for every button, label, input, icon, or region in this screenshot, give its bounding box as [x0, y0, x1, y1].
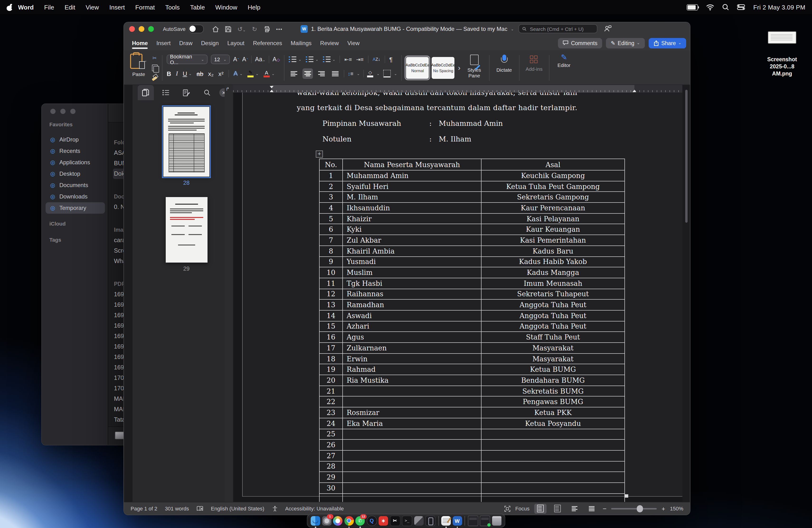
bullets-icon[interactable]	[289, 57, 296, 62]
language-indicator[interactable]: English (United States)	[211, 506, 264, 511]
text-effects-icon[interactable]: A	[233, 71, 237, 76]
change-case-icon[interactable]: Aa⌄	[255, 56, 265, 63]
redo-icon[interactable]: ↻	[252, 25, 257, 32]
ribbon-tab[interactable]: Layout	[223, 35, 249, 50]
desktop-screenshot-file[interactable]: Screenshot 2025-0...8 AM.png	[760, 31, 804, 77]
numbering-icon[interactable]	[306, 57, 314, 62]
close-button[interactable]	[129, 26, 135, 32]
ribbon-tab[interactable]: Draw	[175, 35, 197, 50]
first-line-indent-marker[interactable]	[270, 86, 274, 88]
table-row[interactable]: 24 Eka Maria Ketua Posyandu	[319, 418, 625, 429]
ribbon-tab[interactable]: Mailings	[286, 35, 316, 50]
table-row[interactable]: 21 Sekretatis BUMG	[319, 386, 625, 396]
ribbon-tab[interactable]: Insert	[152, 35, 175, 50]
table-row[interactable]: 3 M. Ilham Sekretaris Gampong	[319, 192, 625, 203]
menu-item[interactable]: File	[39, 0, 59, 14]
finder-sidebar-item[interactable]: ◎ Recents	[46, 145, 105, 157]
table-row[interactable]: 23 Rosmizar Ketua PKK	[319, 407, 625, 418]
print-layout-icon[interactable]	[534, 503, 547, 514]
table-row[interactable]: 11 Tgk Hasbi Imum Meunasah	[319, 278, 625, 289]
table-row[interactable]: 18 Erwin Masyarakat	[319, 353, 625, 364]
table-row[interactable]: 10 Muslim Kadus Mangga	[319, 267, 625, 278]
subscript-button[interactable]: x₂	[208, 70, 214, 77]
table-row[interactable]: 17 Zulkarnaen Masyarakat	[319, 342, 625, 353]
menu-item[interactable]: Edit	[59, 0, 81, 14]
finder-sidebar-item[interactable]: ◎ AirDrop	[46, 134, 105, 145]
word-dock-icon[interactable]: W	[452, 516, 462, 525]
shrink-font-icon[interactable]: Aˇ	[242, 56, 248, 63]
copy-icon[interactable]	[151, 64, 158, 71]
menu-item[interactable]: Insert	[104, 0, 130, 14]
decrease-indent-icon[interactable]: ⇤≡	[345, 56, 352, 62]
titlebar-search[interactable]	[519, 24, 597, 33]
paste-button[interactable]: ⌄ Paste	[129, 52, 149, 84]
outline-view-icon[interactable]	[568, 503, 581, 514]
table-row[interactable]: 15 Azhari Anggota Tuha Peut	[319, 321, 625, 332]
ribbon-tab[interactable]: View	[343, 35, 364, 50]
dictate-button[interactable]: Dictate	[494, 52, 514, 84]
menu-item[interactable]: Format	[130, 0, 160, 14]
table-row[interactable]: 29	[319, 472, 625, 483]
page-indicator[interactable]: Page 1 of 2	[131, 506, 157, 511]
table-row[interactable]: 7 Zul Akbar Kasi Pemerintahan	[319, 235, 625, 246]
quicktime-dock-icon[interactable]: Q	[366, 515, 377, 526]
align-left-button[interactable]	[289, 68, 300, 79]
style-card[interactable]: AaBbCcDdEe No Spacing	[432, 57, 455, 79]
print-icon[interactable]	[263, 26, 270, 32]
pane-search-icon[interactable]	[199, 85, 215, 100]
red-app-dock-icon[interactable]: ✶	[379, 516, 388, 525]
proofing-errors-icon[interactable]	[197, 506, 203, 511]
table-row[interactable]: 2 Syaiful Heri Ketua Tuha Peut Gampong	[319, 181, 625, 192]
table-row[interactable]	[319, 493, 625, 502]
style-card[interactable]: AaBbCcDdEe Normal	[406, 57, 429, 79]
accessibility-status[interactable]: Accessibility: Unavailable	[285, 506, 344, 511]
editing-mode-button[interactable]: ✎ Editing⌄	[606, 38, 644, 48]
pilcrow-icon[interactable]: ¶	[389, 56, 392, 63]
undo-icon[interactable]: ↺⌄	[237, 25, 246, 32]
menu-item[interactable]: Help	[243, 0, 266, 14]
table-row[interactable]: 6 Kyki Kaur Keuangan	[319, 224, 625, 235]
document-page[interactable]: wakil-wakil kelompok, wakil dusun dan to…	[242, 92, 682, 497]
focus-icon[interactable]	[504, 505, 510, 512]
table-row[interactable]: 12 Raihannas Sekretaris Tuhapeut	[319, 289, 625, 299]
table-resize-handle[interactable]	[625, 494, 628, 498]
page-thumbnail-28[interactable]: 28	[163, 107, 209, 177]
table-row[interactable]: 4 Ikhsanuddin Kaur Perencanaan	[319, 203, 625, 213]
table-row[interactable]: 22 Pengawas BUMG	[319, 396, 625, 407]
finder-icloud-header[interactable]: iCloud	[49, 221, 66, 226]
accessibility-icon[interactable]	[272, 505, 278, 512]
whatsapp-dock-icon[interactable]: ✆12	[356, 516, 365, 525]
control-center-icon[interactable]	[737, 4, 745, 10]
table-row[interactable]: 28	[319, 461, 625, 472]
save-icon[interactable]	[225, 26, 231, 32]
table-row[interactable]: 1 Muhammad Amin Keuchik Gampong	[319, 170, 625, 181]
styles-pane-button[interactable]: Styles Pane	[464, 52, 484, 84]
terminal-dock-icon[interactable]: >_	[402, 515, 412, 526]
autosave-toggle[interactable]	[188, 25, 203, 33]
finder-sidebar-item[interactable]: ◎ Desktop	[46, 168, 105, 179]
table-row[interactable]: 19 Rahmad Ketua BUMG	[319, 364, 625, 375]
align-right-button[interactable]	[317, 68, 327, 79]
minimized-window-preview[interactable]	[468, 515, 478, 526]
share-button[interactable]: Share⌄	[649, 38, 686, 48]
font-size-select[interactable]: 12⌄	[211, 55, 230, 64]
comments-button[interactable]: Comments	[558, 38, 602, 48]
shading-icon[interactable]: ◇	[367, 70, 373, 77]
right-indent-marker[interactable]	[633, 90, 636, 92]
table-row[interactable]: 25	[319, 429, 625, 439]
table-row[interactable]: 27	[319, 450, 625, 461]
ribbon-tab[interactable]: References	[249, 35, 287, 50]
apple-logo-icon[interactable]	[6, 3, 13, 11]
table-row[interactable]: 26	[319, 439, 625, 450]
table-move-handle-icon[interactable]: +	[316, 150, 323, 158]
underline-button[interactable]: U	[183, 70, 187, 77]
clear-formatting-icon[interactable]: A◇	[273, 56, 280, 63]
vertical-scrollbar[interactable]	[685, 90, 687, 223]
multilevel-list-icon[interactable]	[323, 57, 330, 62]
photos-dock-icon[interactable]	[333, 516, 343, 525]
menu-item[interactable]: Table	[185, 0, 210, 14]
tab-selector-icon[interactable]: ↱	[226, 86, 230, 92]
minimize-button[interactable]	[139, 26, 144, 32]
thumbnails-tab-icon[interactable]	[137, 85, 154, 100]
format-painter-icon[interactable]	[151, 74, 158, 81]
